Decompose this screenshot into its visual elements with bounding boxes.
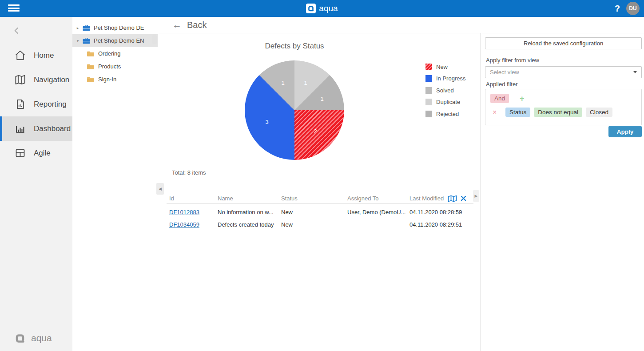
legend-swatch-duplicate bbox=[425, 99, 432, 105]
filter-operator-chip[interactable]: And bbox=[490, 94, 509, 103]
sidebar-item-label: Home bbox=[34, 51, 54, 60]
cell-assigned-to: User, Demo (DemoU... bbox=[347, 209, 409, 215]
defect-id-link[interactable]: DF1034059 bbox=[169, 221, 199, 228]
tree-item-label: Pet Shop Demo DE bbox=[94, 24, 144, 31]
condition-field-chip[interactable]: Status bbox=[505, 108, 530, 117]
table-row[interactable]: DF1012883 No information on w... New Use… bbox=[169, 206, 476, 218]
pie-value-in-progress: 3 bbox=[265, 119, 268, 125]
sidebar-item-reporting[interactable]: Reporting bbox=[0, 92, 72, 116]
triangle-left-icon: ◀ bbox=[159, 187, 162, 191]
back-arrow-icon: ← bbox=[172, 20, 182, 30]
pie-value-duplicate: 1 bbox=[304, 80, 307, 86]
legend-swatch-new bbox=[425, 64, 432, 70]
tree-item-sign-in[interactable]: Sign-In bbox=[72, 73, 158, 86]
remove-condition-icon[interactable]: × bbox=[493, 108, 500, 116]
map-view-icon[interactable] bbox=[448, 195, 457, 202]
applied-filter-label: Applied filter bbox=[486, 81, 518, 88]
sidebar-item-home[interactable]: Home bbox=[0, 43, 72, 68]
cell-status: New bbox=[281, 209, 347, 215]
legend-item-in-progress: In Progress bbox=[425, 73, 465, 85]
tree-item-ordering[interactable]: Ordering bbox=[72, 47, 158, 60]
report-document-icon bbox=[14, 98, 26, 110]
pie-chart[interactable]: 1 1 2 3 1 bbox=[245, 60, 344, 160]
legend-item-new: New bbox=[425, 61, 465, 73]
chart-title: Defects by Status bbox=[159, 42, 430, 51]
chevron-right-icon[interactable]: ▸ bbox=[76, 26, 80, 30]
legend-swatch-rejected bbox=[425, 111, 432, 117]
project-briefcase-icon bbox=[83, 25, 90, 31]
tree-item-products[interactable]: Products bbox=[72, 60, 158, 73]
table-header-divider bbox=[167, 203, 473, 204]
add-condition-icon[interactable]: + bbox=[520, 95, 525, 103]
chevron-down-icon[interactable]: ▾ bbox=[76, 39, 80, 43]
cell-status: New bbox=[281, 221, 347, 228]
brand-name: aqua bbox=[319, 4, 338, 13]
aqua-logo-icon-gray bbox=[12, 331, 28, 346]
sidebar-item-navigation[interactable]: Navigation bbox=[0, 68, 72, 92]
home-icon bbox=[14, 49, 26, 61]
cell-last-modified: 04.11.2020 08:28:59 bbox=[409, 209, 476, 215]
sidebar-item-label: Dashboard bbox=[34, 124, 71, 133]
reload-configuration-button[interactable]: Reload the saved configuration bbox=[485, 37, 642, 49]
chevron-down-icon bbox=[633, 71, 637, 73]
legend-item-rejected: Rejected bbox=[425, 108, 465, 120]
condition-operator-chip[interactable]: Does not equal bbox=[534, 108, 582, 117]
back-button[interactable]: ← Back bbox=[172, 20, 207, 30]
content-header: ← Back bbox=[159, 17, 644, 33]
view-select-dropdown[interactable]: Select view bbox=[485, 66, 642, 78]
folder-icon bbox=[87, 51, 95, 57]
sidebar-collapse-icon[interactable] bbox=[11, 25, 22, 38]
legend-swatch-solved bbox=[425, 87, 432, 94]
total-items-label: Total: 8 items bbox=[172, 169, 206, 176]
tree-panel-collapse-handle[interactable]: ◀ bbox=[156, 183, 164, 195]
tree-item-pet-shop-demo-de[interactable]: ▸ Pet Shop Demo DE bbox=[72, 21, 158, 34]
back-label: Back bbox=[187, 20, 207, 30]
help-icon[interactable]: ? bbox=[615, 4, 620, 14]
filter-panel: Reload the saved configuration Apply fil… bbox=[481, 33, 644, 351]
column-header-status[interactable]: Status bbox=[281, 195, 347, 202]
filter-panel-collapse-handle[interactable]: ▶ bbox=[473, 190, 479, 202]
folder-icon bbox=[87, 64, 95, 70]
avatar[interactable]: DU bbox=[626, 2, 640, 15]
defects-table: Id Name Status Assigned To Last Modified bbox=[169, 193, 476, 203]
legend-item-solved: Solved bbox=[425, 84, 465, 96]
sidebar: Home Navigation Reporting Dashboard bbox=[0, 17, 72, 351]
cell-name: No information on w... bbox=[218, 209, 281, 215]
legend-swatch-in-progress bbox=[425, 75, 432, 82]
sidebar-item-agile[interactable]: Agile bbox=[0, 141, 72, 165]
triangle-right-icon: ▶ bbox=[475, 194, 478, 198]
footer-brand-name: aqua bbox=[31, 333, 52, 343]
cell-name: Defects created today bbox=[218, 221, 281, 228]
widget-area: Defects by Status 1 1 2 3 1 New In Progr… bbox=[159, 33, 481, 351]
column-header-id[interactable]: Id bbox=[169, 195, 218, 202]
aqua-logo-icon bbox=[306, 4, 316, 13]
brand: aqua bbox=[0, 0, 644, 17]
applied-filter-box: And + × Status Does not equal Closed bbox=[485, 89, 642, 125]
column-header-name[interactable]: Name bbox=[218, 195, 281, 202]
tree-item-label: Products bbox=[98, 63, 121, 70]
footer-brand: aqua bbox=[12, 331, 52, 346]
sidebar-item-label: Reporting bbox=[34, 100, 67, 109]
tree-item-label: Ordering bbox=[98, 50, 121, 57]
view-select-placeholder: Select view bbox=[490, 69, 633, 76]
close-column-icon[interactable] bbox=[461, 195, 466, 201]
condition-value-chip[interactable]: Closed bbox=[586, 108, 612, 117]
map-icon bbox=[14, 74, 26, 86]
project-tree: ▸ Pet Shop Demo DE ▾ Pet Shop Demo EN Or… bbox=[72, 17, 159, 351]
pie-value-rejected: 1 bbox=[320, 96, 323, 102]
tree-scrollbar-thumb[interactable] bbox=[152, 35, 157, 44]
defect-id-link[interactable]: DF1012883 bbox=[169, 209, 199, 215]
pie-hatch-overlay bbox=[294, 110, 344, 160]
tree-item-pet-shop-demo-en[interactable]: ▾ Pet Shop Demo EN bbox=[72, 34, 158, 47]
table-row[interactable]: DF1034059 Defects created today New 04.1… bbox=[169, 218, 476, 231]
tree-item-label: Pet Shop Demo EN bbox=[94, 37, 144, 44]
apply-button[interactable]: Apply bbox=[608, 126, 642, 137]
cell-last-modified: 04.11.2020 08:29:51 bbox=[409, 221, 476, 228]
column-header-last-modified[interactable]: Last Modified bbox=[409, 195, 444, 202]
folder-icon bbox=[87, 76, 95, 83]
chart-legend: New In Progress Solved Duplicate Rejecte… bbox=[425, 61, 465, 120]
sidebar-item-dashboard[interactable]: Dashboard bbox=[0, 116, 72, 141]
table-header-row: Id Name Status Assigned To Last Modified bbox=[169, 193, 476, 203]
bar-chart-icon bbox=[14, 123, 26, 135]
column-header-assigned-to[interactable]: Assigned To bbox=[347, 195, 409, 202]
